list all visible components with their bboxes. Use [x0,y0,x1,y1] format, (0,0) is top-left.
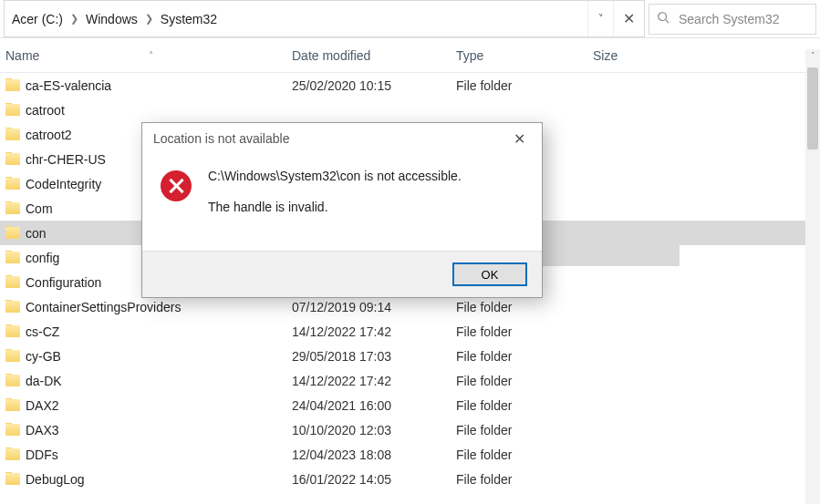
history-dropdown[interactable]: ˅ [587,1,613,36]
file-date: 24/04/2021 16:00 [292,398,456,413]
file-name: DAX3 [26,423,59,437]
chevron-right-icon: ❯ [68,13,80,25]
table-row[interactable]: DebugLog16/01/2022 14:05File folder [0,467,820,491]
column-header-name[interactable]: Name ˄ [0,48,292,63]
column-header-date[interactable]: Date modified [292,48,456,63]
address-and-search-bar: Acer (C:) ❯ Windows ❯ System32 ˅ ✕ Searc… [0,0,820,38]
dialog-message: C:\Windows\System32\con is not accessibl… [208,169,462,231]
file-name: catroot [26,103,65,118]
search-placeholder: Search System32 [679,12,780,26]
file-name: catroot2 [26,128,72,142]
file-date: 07/12/2019 09:14 [292,300,456,314]
svg-point-0 [659,13,667,21]
breadcrumb-mid[interactable]: Windows [86,12,138,26]
file-name: ContainerSettingsProviders [26,300,181,314]
file-type: File folder [456,423,593,437]
folder-icon [5,448,20,460]
folder-icon [5,202,20,214]
folder-icon [5,375,20,386]
chevron-right-icon: ❯ [143,13,155,25]
column-header-size[interactable]: Size [593,48,820,63]
file-name: DDFs [26,447,58,462]
folder-icon [5,252,20,263]
dialog-titlebar[interactable]: Location is not available ✕ [142,123,542,154]
folder-icon [5,325,20,337]
file-type: File folder [456,374,593,388]
file-date: 25/02/2020 10:15 [292,78,456,93]
table-row[interactable]: catroot [0,98,820,122]
file-date: 12/04/2023 18:08 [292,447,456,462]
scrollbar-thumb[interactable] [807,67,818,149]
file-name: cs-CZ [26,324,59,339]
file-date: 14/12/2022 17:42 [292,374,456,388]
svg-line-1 [666,20,669,24]
folder-icon [5,276,20,288]
table-row[interactable]: DAX310/10/2020 12:03File folder [0,417,820,442]
selection-highlight [543,242,680,266]
sort-indicator-icon: ˄ [149,50,153,60]
dialog-line1: C:\Windows\System32\con is not accessibl… [208,169,462,183]
error-dialog: Location is not available ✕ C:\Windows\S… [141,122,543,298]
file-type: File folder [456,398,593,413]
file-type: File folder [456,324,593,339]
file-type: File folder [456,472,593,487]
folder-icon [5,178,20,190]
breadcrumb-root[interactable]: Acer (C:) [12,12,63,26]
folder-icon [5,350,20,362]
folder-icon [5,301,20,313]
folder-icon [5,129,20,140]
dialog-line2: The handle is invalid. [208,200,462,214]
table-row[interactable]: da-DK14/12/2022 17:42File folder [0,368,820,393]
file-name: chr-CHER-US [26,152,106,167]
column-headers: Name ˄ Date modified Type Size [0,38,820,73]
file-name: CodeIntegrity [26,177,101,191]
dialog-title-text: Location is not available [153,131,289,146]
file-type: File folder [456,300,593,314]
folder-icon [5,473,20,485]
close-button[interactable]: ✕ [505,130,533,148]
file-name: cy-GB [26,349,61,364]
search-input[interactable]: Search System32 [649,4,816,35]
folder-icon [5,104,20,116]
folder-icon [5,153,20,165]
file-name: DAX2 [26,398,59,413]
ok-button[interactable]: OK [452,262,527,286]
file-date: 16/01/2022 14:05 [292,472,456,487]
error-icon [161,170,192,201]
file-date: 10/10/2020 12:03 [292,423,456,437]
search-icon [657,11,669,26]
folder-icon [5,399,20,411]
scroll-up-icon[interactable]: ˄ [805,51,820,60]
file-name: ca-ES-valencia [26,78,111,93]
file-name: config [26,251,59,265]
vertical-scrollbar[interactable]: ˄ [805,49,820,504]
table-row[interactable]: ca-ES-valencia25/02/2020 10:15File folde… [0,73,820,98]
column-header-type[interactable]: Type [456,48,593,63]
file-type: File folder [456,349,593,364]
dialog-footer: OK [142,251,542,297]
table-row[interactable]: DAX224/04/2021 16:00File folder [0,393,820,417]
breadcrumb-leaf[interactable]: System32 [161,12,217,26]
table-row[interactable]: cy-GB29/05/2018 17:03File folder [0,344,820,368]
file-type: File folder [456,78,593,93]
breadcrumb[interactable]: Acer (C:) ❯ Windows ❯ System32 [5,12,587,26]
file-name: Com [26,201,53,216]
file-name: DebugLog [26,472,85,487]
table-row[interactable]: cs-CZ14/12/2022 17:42File folder [0,319,820,344]
file-type: File folder [456,447,593,462]
file-date: 29/05/2018 17:03 [292,349,456,364]
address-bar[interactable]: Acer (C:) ❯ Windows ❯ System32 ˅ ✕ [4,0,645,37]
file-date: 14/12/2022 17:42 [292,324,456,339]
folder-icon [5,79,20,91]
table-row[interactable]: ContainerSettingsProviders07/12/2019 09:… [0,294,820,319]
file-name: da-DK [26,374,62,388]
folder-icon [5,227,20,239]
file-name: Configuration [26,275,101,290]
folder-icon [5,424,20,436]
refresh-button[interactable]: ✕ [613,1,644,36]
file-name: con [26,226,47,241]
table-row[interactable]: DDFs12/04/2023 18:08File folder [0,442,820,467]
dialog-body: C:\Windows\System32\con is not accessibl… [142,154,542,251]
